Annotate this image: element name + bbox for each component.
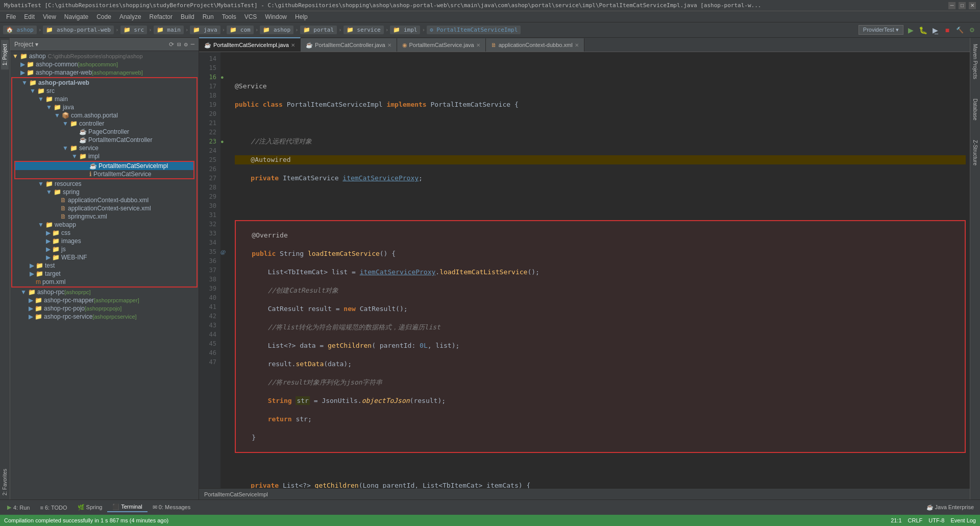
sidebar-tab-project[interactable]: 1: Project (1, 40, 9, 69)
status-eventlog[interactable]: Event Log (950, 517, 976, 523)
bottom-tab-terminal[interactable]: ⬛ Terminal (107, 503, 147, 512)
tree-item-ashop-common[interactable]: ▶ 📁 ashop-common [ashopcommon] (10, 60, 199, 68)
menu-navigate[interactable]: Navigate (60, 12, 92, 21)
menu-help[interactable]: Help (291, 12, 312, 21)
tree-item-ashop-rpc[interactable]: ▼ 📁 ashop-rpc [ashoprpc] (10, 288, 199, 296)
panel-icon-sync[interactable]: ⟳ (169, 41, 174, 48)
menu-window[interactable]: Window (261, 12, 291, 21)
tree-item-ashop-manager[interactable]: ▶ 📁 ashop-manager-web [ashopmanagerweb] (10, 68, 199, 77)
code-line-34 (235, 463, 966, 472)
breadcrumb-service[interactable]: 📁 service (344, 26, 384, 34)
tab-close-service[interactable]: ✕ (476, 42, 480, 48)
tree-item-images[interactable]: ▶ 📁 images (12, 237, 197, 245)
tree-item-rpc-pojo[interactable]: ▶ 📁 ashop-rpc-pojo [ashoprpcpojo] (10, 304, 199, 313)
close-button[interactable]: ✕ (969, 2, 976, 9)
breadcrumb-main[interactable]: 📁 main (154, 26, 184, 34)
tree-item-webapp[interactable]: ▼ 📁 webapp (12, 221, 197, 229)
java-enterprise-label: ☕ Java Enterprise (926, 504, 978, 511)
tree-item-portalcontroller[interactable]: ☕ PortalItemCatController (12, 136, 197, 144)
settings-button[interactable]: ⚙ (967, 25, 977, 35)
rsidebar-tab-structure[interactable]: Z-Structure (971, 136, 979, 170)
bottom-tab-messages[interactable]: ✉ 0: Messages (148, 503, 195, 512)
breadcrumb-java[interactable]: 📁 java (190, 26, 220, 34)
menu-view[interactable]: View (39, 12, 60, 21)
code-line-23: public String loadItemCatService() { (236, 249, 965, 258)
editor-filename-bar: PortalItemCatServiceImpl (199, 488, 970, 499)
menu-vcs[interactable]: VCS (240, 12, 261, 21)
tree-item-css[interactable]: ▶ 📁 css (12, 229, 197, 237)
code-line-20: private ItemCatService itemCatServicePro… (235, 174, 966, 183)
debug-button[interactable]: 🐛 (918, 25, 928, 35)
menu-file[interactable]: File (2, 12, 20, 21)
breadcrumb-portal-web[interactable]: 📁 ashop-portal-web (43, 26, 114, 34)
breadcrumb-ashop2[interactable]: 📁 ashop (260, 26, 293, 34)
panel-icon-close[interactable]: ─ (191, 41, 194, 48)
tab-close-dubbo[interactable]: ✕ (575, 42, 579, 48)
run-coverage-button[interactable]: ▶̲ (930, 25, 940, 35)
rsidebar-tab-database[interactable]: Database (971, 94, 979, 125)
tree-item-ashop[interactable]: ▼ 📁 ashop C:\githubRepositories\shopping… (10, 52, 199, 60)
breadcrumb-com[interactable]: 📁 com (227, 26, 254, 34)
minimize-button[interactable]: ─ (948, 2, 955, 9)
tree-item-service-folder[interactable]: ▼ 📁 service (12, 144, 197, 152)
tab-portalservice[interactable]: ◉ PortalItemCatService.java ✕ (397, 38, 486, 52)
tree-item-rpc-service[interactable]: ▶ 📁 ashop-rpc-service [ashoprpcservice] (10, 313, 199, 321)
menu-edit[interactable]: Edit (20, 12, 39, 21)
code-line-31: String str = JsonUtils.objectToJson(resu… (236, 396, 965, 405)
breadcrumb-classname[interactable]: ⚙ PortalItemCatServiceImpl (427, 26, 521, 34)
tab-close-controller[interactable]: ✕ (387, 42, 391, 48)
tree-item-rpc-mapper[interactable]: ▶ 📁 ashop-rpc-mapper [ashoprpcmapper] (10, 296, 199, 304)
tree-item-service-xml[interactable]: 🗎 applicationContext-service.xml (12, 204, 197, 212)
menu-analyze[interactable]: Analyze (115, 12, 145, 21)
toolbar-right: ProviderTest ▾ ▶ 🐛 ▶̲ ■ 🔨 ⚙ (859, 25, 977, 35)
tree-item-spring[interactable]: ▼ 📁 spring (12, 188, 197, 196)
menu-refactor[interactable]: Refactor (145, 12, 177, 21)
window-controls: ─ □ ✕ (948, 2, 976, 9)
tree-item-resources[interactable]: ▼ 📁 resources (12, 180, 197, 188)
menu-tools[interactable]: Tools (218, 12, 240, 21)
tab-java-icon: ☕ (204, 42, 211, 49)
rsidebar-tab-maven[interactable]: Maven Projects (971, 40, 979, 83)
breadcrumb-impl[interactable]: 📁 impl (390, 26, 420, 34)
tree-item-springmvc-xml[interactable]: 🗎 springmvc.xml (12, 212, 197, 221)
tree-item-dubbo-xml[interactable]: 🗎 applicationContext-dubbo.xml (12, 196, 197, 204)
tab-close-impl[interactable]: ✕ (291, 42, 295, 48)
tree-item-java[interactable]: ▼ 📁 java (12, 103, 197, 111)
panel-icon-collapse[interactable]: ⊟ (177, 41, 181, 48)
tree-item-package[interactable]: ▼ 📦 com.ashop.portal (12, 111, 197, 119)
bottom-tab-run[interactable]: ▶ 4: Run (2, 503, 35, 512)
menu-run[interactable]: Run (199, 12, 218, 21)
tree-item-impl-folder[interactable]: ▼ 📁 impl (12, 152, 197, 160)
bottom-tab-todo[interactable]: ≡ 6: TODO (35, 504, 72, 512)
tree-item-webinf[interactable]: ▶ 📁 WEB-INF (12, 253, 197, 261)
tree-item-portalservice[interactable]: ℹ PortalItemCatService (15, 170, 193, 178)
menu-code[interactable]: Code (92, 12, 115, 21)
tree-item-src[interactable]: ▼ 📁 src (12, 87, 197, 95)
menu-build[interactable]: Build (177, 12, 199, 21)
breadcrumb-portal[interactable]: 📁 portal (300, 26, 337, 34)
tree-item-main[interactable]: ▼ 📁 main (12, 95, 197, 103)
tree-item-target[interactable]: ▶ 📁 target (12, 270, 197, 278)
tree-item-portalserviceimpl[interactable]: ☕ PortalItemCatServiceImpl (15, 162, 193, 170)
bottom-tab-spring[interactable]: 🌿 Spring (72, 503, 108, 512)
sidebar-tab-favorites[interactable]: 2: Favorites (1, 465, 9, 499)
stop-button[interactable]: ■ (942, 25, 952, 35)
tree-item-controller[interactable]: ▼ 📁 controller (12, 119, 197, 128)
tree-item-pagecontroller[interactable]: ☕ PageController (12, 128, 197, 136)
breadcrumb-ashop[interactable]: 🏠 ashop (3, 26, 37, 34)
panel-icon-settings[interactable]: ⚙ (184, 41, 188, 48)
tree-item-test[interactable]: ▶ 📁 test (12, 261, 197, 270)
build-button[interactable]: 🔨 (954, 25, 965, 35)
tree-item-ashop-portal[interactable]: ▼ 📁 ashop-portal-web (12, 79, 197, 87)
code-line-29: result.setData(data); (236, 360, 965, 369)
run-button[interactable]: ▶ (905, 25, 916, 35)
tab-portalserviceimpl[interactable]: ☕ PortalItemCatServiceImpl.java ✕ (199, 37, 301, 52)
tab-dubbo-xml[interactable]: 🗎 applicationContext-dubbo.xml ✕ (486, 38, 584, 52)
code-content[interactable]: @Service public class PortalItemCatServi… (231, 52, 970, 488)
tree-item-js[interactable]: ▶ 📁 js (12, 245, 197, 253)
tab-portalcontroller[interactable]: ☕ PortalItemCatController.java ✕ (301, 38, 397, 52)
breadcrumb-src[interactable]: 📁 src (120, 26, 148, 34)
maximize-button[interactable]: □ (959, 2, 966, 9)
run-config-dropdown[interactable]: ProviderTest ▾ (859, 25, 903, 35)
tree-item-pom-portal[interactable]: m pom.xml (12, 278, 197, 286)
